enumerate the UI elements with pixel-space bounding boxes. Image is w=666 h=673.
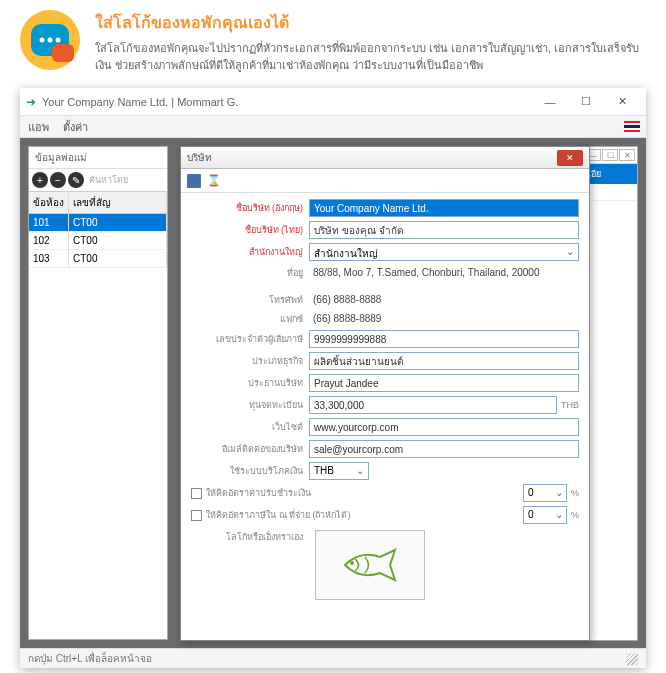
app-window: ➜ Your Company Name Ltd. | Mommart G. — … <box>20 88 646 668</box>
company-name-th-input[interactable] <box>309 221 579 239</box>
late-pct-select[interactable]: 0 <box>523 484 567 502</box>
add-button[interactable]: + <box>32 172 48 188</box>
svg-point-0 <box>350 561 354 565</box>
close-button[interactable]: ✕ <box>604 91 640 113</box>
col-contract[interactable]: เลขที่สัญ <box>69 192 167 213</box>
tax-pct-select[interactable]: 0 <box>523 506 567 524</box>
col-room[interactable]: ข้อห้อง <box>29 192 69 213</box>
dialog-close-button[interactable]: ✕ <box>557 150 583 166</box>
website-input[interactable] <box>309 418 579 436</box>
fish-logo-icon <box>340 545 400 585</box>
ceo-input[interactable] <box>309 374 579 392</box>
grid: ข้อห้อง เลขที่สัญ 101CT00 102CT00 103CT0… <box>29 191 167 268</box>
company-dialog: บริษัท ✕ ⌛ ชื่อบริษัท (อังกฤษ) ชื่อบริษั… <box>180 146 590 641</box>
menu-settings[interactable]: ตั้งค่า <box>63 118 88 136</box>
window-title: Your Company Name Ltd. | Mommart G. <box>42 96 238 108</box>
promo-icon <box>20 10 80 70</box>
search-mini[interactable]: ค้นหาโดย <box>86 173 164 187</box>
dialog-title: บริษัท <box>187 150 212 165</box>
tax-checkbox[interactable] <box>191 510 202 521</box>
company-name-en-input[interactable] <box>309 199 579 217</box>
logo-preview[interactable] <box>315 530 425 600</box>
status-text: กดปุ่ม Ctrl+L เพื่อล็อคหน้าจอ <box>28 651 152 666</box>
minimize-button[interactable]: — <box>532 91 568 113</box>
table-row[interactable]: 102CT00 <box>29 232 167 250</box>
panel-tab[interactable]: ข้อมูลพ่อแม่ <box>29 147 167 169</box>
app-arrow-icon: ➜ <box>26 95 36 109</box>
fax-text: (66) 8888-8889 <box>309 311 579 326</box>
panel-max-button[interactable]: ☐ <box>602 149 618 161</box>
late-fee-checkbox[interactable] <box>191 488 202 499</box>
promo-desc: ใส่โลโก้ของหอพักคุณจะไปปรากฏที่หัวกระเอก… <box>95 40 646 73</box>
currency-select[interactable]: THB <box>309 462 369 480</box>
email-input[interactable] <box>309 440 579 458</box>
panel-close-button[interactable]: ✕ <box>619 149 635 161</box>
phone-text: (66) 8888-8888 <box>309 292 579 307</box>
hq-select[interactable]: สำนักงานใหญ่ <box>309 243 579 261</box>
tax-id-input[interactable] <box>309 330 579 348</box>
flag-icon[interactable] <box>624 121 640 132</box>
save-icon[interactable] <box>187 174 201 188</box>
resize-grip[interactable] <box>626 653 638 665</box>
address-text: 88/88, Moo 7, T.Samed, Chonburi, Thailan… <box>309 265 579 280</box>
hourglass-icon[interactable]: ⌛ <box>207 174 221 187</box>
promo-title: ใส่โลโก้ของหอพักคุณเองได้ <box>95 10 646 35</box>
menu-app[interactable]: แอพ <box>28 118 49 136</box>
edit-button[interactable]: ✎ <box>68 172 84 188</box>
table-row[interactable]: 103CT00 <box>29 250 167 268</box>
table-row[interactable]: 101CT00 <box>29 214 167 232</box>
maximize-button[interactable]: ☐ <box>568 91 604 113</box>
left-panel: ข้อมูลพ่อแม่ + − ✎ ค้นหาโดย ข้อห้อง เลขท… <box>28 146 168 640</box>
statusbar: กดปุ่ม Ctrl+L เพื่อล็อคหน้าจอ <box>20 648 646 668</box>
business-type-input[interactable] <box>309 352 579 370</box>
titlebar: ➜ Your Company Name Ltd. | Mommart G. — … <box>20 88 646 116</box>
capital-input[interactable] <box>309 396 557 414</box>
remove-button[interactable]: − <box>50 172 66 188</box>
menubar: แอพ ตั้งค่า <box>20 116 646 138</box>
